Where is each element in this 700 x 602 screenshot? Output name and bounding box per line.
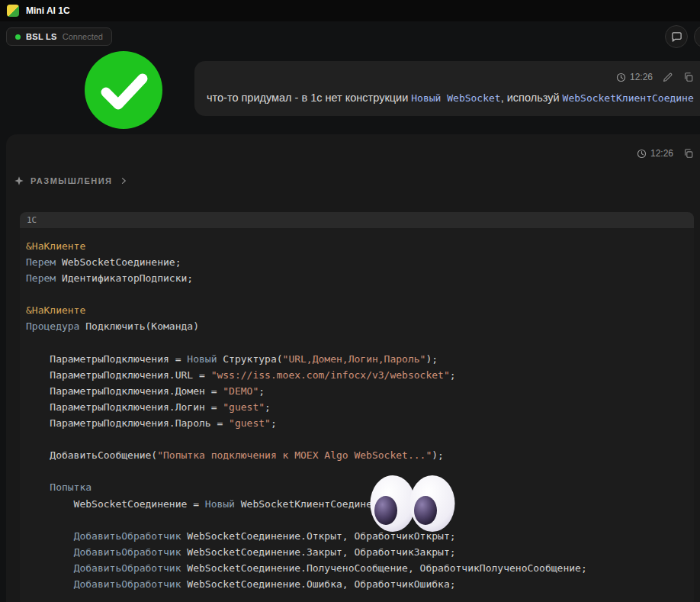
statusbar: BSL LS Connected [0, 21, 700, 52]
chat-area: 12:26 что-то придумал - в 1с нет констру… [0, 52, 700, 602]
app-title: Mini AI 1C [26, 5, 70, 16]
chat-button[interactable] [665, 25, 688, 48]
chat-icon [671, 31, 682, 43]
user-message-meta: 12:26 [207, 71, 694, 83]
copy-message-button[interactable] [683, 72, 694, 82]
edit-icon [663, 72, 673, 82]
status-dot-icon [15, 34, 21, 40]
chevron-right-icon [119, 176, 128, 185]
copy-message-button[interactable] [683, 148, 694, 159]
code-block: 1С &НаКлиентеПерем WebSocketСоединение;П… [20, 212, 694, 602]
message-timestamp: 12:26 [637, 148, 673, 159]
lsp-connection-state: Connected [63, 32, 103, 41]
clock-icon [637, 149, 647, 159]
assistant-message: 12:26 РАЗМЫШЛЕНИЯ 1С &НаКлиентеПерем Web… [6, 134, 700, 602]
lsp-status-badge[interactable]: BSL LS Connected [6, 27, 112, 46]
app-icon [7, 5, 19, 17]
more-button[interactable] [694, 25, 700, 48]
check-icon [85, 51, 162, 129]
clock-icon [616, 72, 626, 82]
titlebar: Mini AI 1C [0, 0, 700, 21]
code-language-label: 1С [27, 215, 37, 225]
user-message: 12:26 что-то придумал - в 1с нет констру… [194, 61, 700, 116]
copy-icon [683, 72, 694, 82]
thinking-label: РАЗМЫШЛЕНИЯ [31, 176, 113, 185]
code-block-header: 1С [20, 212, 694, 228]
thinking-icon [14, 175, 24, 186]
message-time-text: 12:26 [650, 148, 673, 159]
statusbar-actions [665, 25, 700, 48]
edit-message-button[interactable] [663, 72, 673, 82]
code-content: &НаКлиентеПерем WebSocketСоединение;Пере… [20, 228, 694, 602]
user-message-text: что-то придумал - в 1с нет конструкции Н… [207, 92, 694, 104]
message-time-text: 12:26 [630, 72, 653, 82]
copy-icon [683, 148, 694, 159]
assistant-message-meta: 12:26 [637, 147, 694, 159]
message-timestamp: 12:26 [616, 72, 653, 82]
eyes-emoji [370, 475, 455, 533]
thinking-toggle[interactable]: РАЗМЫШЛЕНИЯ [14, 175, 128, 186]
lsp-name: BSL LS [26, 32, 57, 41]
